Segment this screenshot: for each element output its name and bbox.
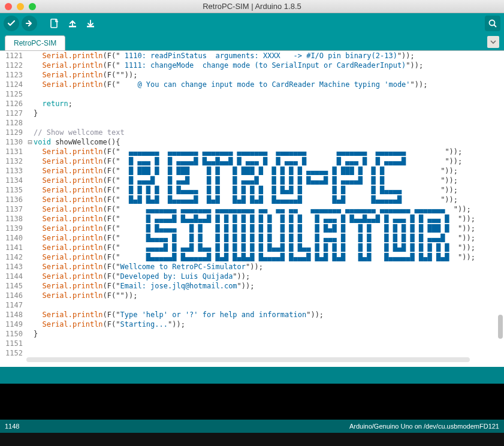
code-line[interactable]: 1149 Serial.println(F("Starting..."));: [0, 320, 504, 329]
fold-gutter[interactable]: [26, 118, 34, 128]
code-line[interactable]: 1136 Serial.println(F(" █▄█ █▄█ █▄▄▄▄▄█ …: [0, 195, 504, 204]
status-bar: 1148 Arduino/Genuino Uno on /dev/cu.usbm…: [0, 420, 504, 433]
code-line[interactable]: 1138 Serial.println(F(" █ ▄▄▄▄█ █▄▄█▄▄█ …: [0, 214, 504, 224]
line-number: 1149: [0, 320, 26, 329]
code-line[interactable]: 1127}: [0, 109, 504, 118]
output-console[interactable]: [0, 384, 504, 420]
fold-gutter[interactable]: [26, 329, 34, 339]
code-line[interactable]: 1134 Serial.println(F(" █ ▄▄▄█ █ ▄▄█ █ █…: [0, 176, 504, 185]
titlebar: RetroPC-SIM | Arduino 1.8.5: [0, 0, 504, 13]
fold-gutter[interactable]: [26, 272, 34, 281]
line-number: 1131: [0, 147, 26, 156]
code-line[interactable]: 1148 Serial.println(F("Type 'help' or '?…: [0, 310, 504, 320]
code-line[interactable]: 1144 Serial.println(F("Developed by: Lui…: [0, 272, 504, 281]
tab-menu-button[interactable]: [487, 36, 499, 48]
line-number: 1128: [0, 118, 26, 128]
code-line[interactable]: 1131 Serial.println(F(" ▄▄▄▄▄▄▄ ▄▄▄▄▄▄▄ …: [0, 147, 504, 156]
fold-gutter[interactable]: ⊟: [26, 137, 34, 147]
save-button[interactable]: [83, 16, 98, 31]
code-line[interactable]: 1146 Serial.println(F(""));: [0, 291, 504, 300]
code-editor[interactable]: 1121 Serial.println(F(" 1110: readPinSta…: [0, 50, 504, 367]
code-line[interactable]: 1128: [0, 118, 504, 128]
status-line-number: 1148: [5, 423, 19, 430]
fold-gutter[interactable]: [26, 80, 34, 89]
fold-gutter[interactable]: [26, 204, 34, 214]
fold-gutter[interactable]: [26, 156, 34, 166]
open-button[interactable]: [65, 16, 80, 31]
code-line[interactable]: 1123 Serial.println(F(""));: [0, 70, 504, 80]
fold-gutter[interactable]: [26, 281, 34, 291]
code-line[interactable]: 1139 Serial.println(F(" █ █▄▄▄▄ █ █ █ █ …: [0, 224, 504, 233]
code-line[interactable]: 1126 return;: [0, 99, 504, 109]
fold-gutter[interactable]: [26, 99, 34, 109]
fold-gutter[interactable]: [26, 224, 34, 233]
fold-gutter[interactable]: [26, 243, 34, 252]
code-line[interactable]: 1122 Serial.println(F(" 1111: changeMode…: [0, 61, 504, 70]
fold-gutter[interactable]: [26, 339, 34, 348]
fold-gutter[interactable]: [26, 109, 34, 118]
line-number: 1127: [0, 109, 26, 118]
tab-bar: RetroPC-SIM: [0, 34, 504, 50]
fold-gutter[interactable]: [26, 262, 34, 272]
fold-gutter[interactable]: [26, 300, 34, 310]
code-line[interactable]: 1125: [0, 89, 504, 99]
line-number: 1125: [0, 89, 26, 99]
serial-monitor-button[interactable]: [485, 16, 500, 31]
line-number: 1144: [0, 272, 26, 281]
fold-gutter[interactable]: [26, 233, 34, 243]
code-line[interactable]: 1130⊟void showWellcome(){: [0, 137, 504, 147]
code-line[interactable]: 1132 Serial.println(F(" █ ▄▄▄ █ █ ▄▄▄▄█ …: [0, 156, 504, 166]
line-number: 1129: [0, 128, 26, 137]
fold-gutter[interactable]: [26, 320, 34, 329]
fold-gutter[interactable]: [26, 89, 34, 99]
line-number: 1150: [0, 329, 26, 339]
scrollbar-horizontal[interactable]: [26, 357, 496, 363]
scrollbar-vertical[interactable]: [497, 51, 503, 354]
code-line[interactable]: 1133 Serial.println(F(" █ ███ █ █ ███ █ …: [0, 166, 504, 176]
new-button[interactable]: [47, 16, 62, 31]
line-number: 1145: [0, 281, 26, 291]
code-line[interactable]: 1151: [0, 339, 504, 348]
code-line[interactable]: 1129// Show wellcome text: [0, 128, 504, 137]
line-number: 1123: [0, 70, 26, 80]
fold-gutter[interactable]: [26, 176, 34, 185]
code-line[interactable]: 1150}: [0, 329, 504, 339]
code-line[interactable]: 1152: [0, 348, 504, 358]
line-number: 1133: [0, 166, 26, 176]
line-number: 1139: [0, 224, 26, 233]
svg-rect-2: [87, 26, 94, 28]
line-number: 1137: [0, 204, 26, 214]
line-number: 1143: [0, 262, 26, 272]
code-line[interactable]: 1124 Serial.println(F(" @ You can change…: [0, 80, 504, 89]
code-line[interactable]: 1142 Serial.println(F(" █▄▄▄▄▄█ █▄▄▄▄▄█ …: [0, 252, 504, 262]
fold-gutter[interactable]: [26, 185, 34, 195]
fold-gutter[interactable]: [26, 61, 34, 70]
fold-gutter[interactable]: [26, 51, 34, 61]
code-line[interactable]: 1141 Serial.println(F(" ▄▄▄▄█ █ ▄▄█ █▄▄ …: [0, 243, 504, 252]
fold-gutter[interactable]: [26, 166, 34, 176]
fold-gutter[interactable]: [26, 128, 34, 137]
fold-gutter[interactable]: [26, 70, 34, 80]
code-line[interactable]: 1135 Serial.println(F(" █ █ █ █ █ █▄▄▄▄ …: [0, 185, 504, 195]
code-line[interactable]: 1137 Serial.println(F(" ▄▄▄▄▄▄▄ ▄▄▄▄▄▄▄ …: [0, 204, 504, 214]
fold-gutter[interactable]: [26, 252, 34, 262]
line-number: 1124: [0, 80, 26, 89]
fold-gutter[interactable]: [26, 195, 34, 204]
code-line[interactable]: 1147: [0, 300, 504, 310]
sketch-tab[interactable]: RetroPC-SIM: [5, 35, 65, 50]
line-number: 1122: [0, 61, 26, 70]
verify-button[interactable]: [4, 16, 19, 31]
status-board-port: Arduino/Genuino Uno on /dev/cu.usbmodemF…: [349, 423, 499, 430]
fold-gutter[interactable]: [26, 348, 34, 358]
code-line[interactable]: 1140 Serial.println(F(" █▄▄▄▄ █ █ █ █ █ …: [0, 233, 504, 243]
fold-gutter[interactable]: [26, 291, 34, 300]
code-line[interactable]: 1121 Serial.println(F(" 1110: readPinSta…: [0, 51, 504, 61]
fold-gutter[interactable]: [26, 310, 34, 320]
upload-button[interactable]: [22, 16, 37, 31]
code-line[interactable]: 1145 Serial.println(F("Email: jose.jlq@h…: [0, 281, 504, 291]
fold-gutter[interactable]: [26, 147, 34, 156]
line-number: 1132: [0, 156, 26, 166]
code-line[interactable]: 1143 Serial.println(F("Wellcome to Retro…: [0, 262, 504, 272]
fold-gutter[interactable]: [26, 214, 34, 224]
line-number: 1141: [0, 243, 26, 252]
